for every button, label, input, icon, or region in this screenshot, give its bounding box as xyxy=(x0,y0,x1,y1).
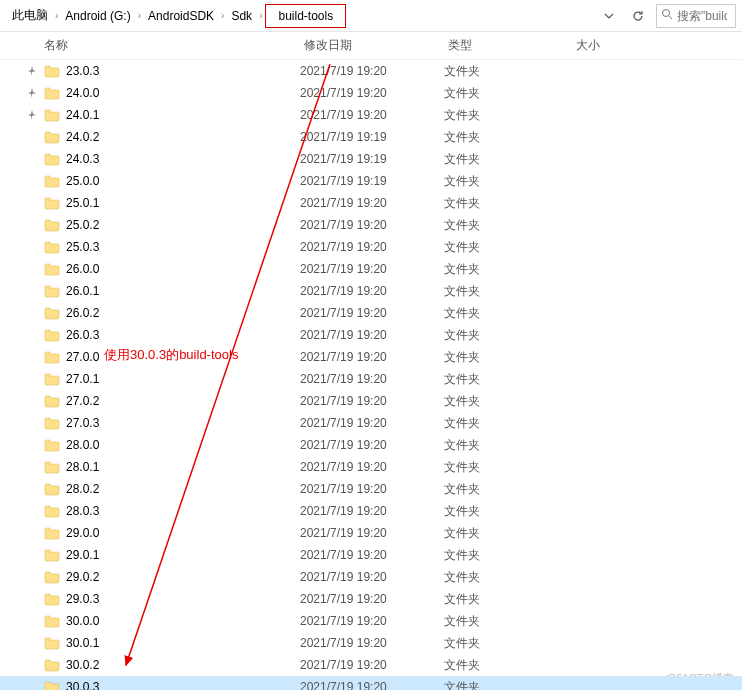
search-input[interactable] xyxy=(677,9,727,23)
table-row[interactable]: 29.0.32021/7/19 19:20文件夹 xyxy=(0,588,742,610)
table-row[interactable]: 25.0.22021/7/19 19:20文件夹 xyxy=(0,214,742,236)
folder-icon xyxy=(44,240,60,254)
cell-type: 文件夹 xyxy=(444,239,572,256)
cell-date: 2021/7/19 19:20 xyxy=(300,482,444,496)
folder-icon xyxy=(44,174,60,188)
svg-line-1 xyxy=(669,16,672,19)
table-row[interactable]: 29.0.02021/7/19 19:20文件夹 xyxy=(0,522,742,544)
svg-point-0 xyxy=(663,10,670,17)
table-row[interactable]: 26.0.02021/7/19 19:20文件夹 xyxy=(0,258,742,280)
cell-type: 文件夹 xyxy=(444,85,572,102)
table-row[interactable]: 27.0.02021/7/19 19:20文件夹 xyxy=(0,346,742,368)
folder-icon xyxy=(44,218,60,232)
cell-type: 文件夹 xyxy=(444,283,572,300)
cell-date: 2021/7/19 19:19 xyxy=(300,130,444,144)
table-row[interactable]: 30.0.32021/7/19 19:20文件夹 xyxy=(0,676,742,690)
folder-icon xyxy=(44,306,60,320)
cell-type: 文件夹 xyxy=(444,305,572,322)
cell-date: 2021/7/19 19:20 xyxy=(300,350,444,364)
table-row[interactable]: 24.0.32021/7/19 19:19文件夹 xyxy=(0,148,742,170)
table-row[interactable]: 24.0.12021/7/19 19:20文件夹 xyxy=(0,104,742,126)
table-row[interactable]: 26.0.22021/7/19 19:20文件夹 xyxy=(0,302,742,324)
table-row[interactable]: 28.0.02021/7/19 19:20文件夹 xyxy=(0,434,742,456)
cell-date: 2021/7/19 19:20 xyxy=(300,328,444,342)
col-header-name[interactable]: 名称 xyxy=(44,37,304,54)
cell-date: 2021/7/19 19:20 xyxy=(300,262,444,276)
table-row[interactable]: 25.0.32021/7/19 19:20文件夹 xyxy=(0,236,742,258)
cell-name: 26.0.2 xyxy=(44,306,300,320)
folder-icon xyxy=(44,284,60,298)
folder-icon xyxy=(44,394,60,408)
cell-date: 2021/7/19 19:20 xyxy=(300,394,444,408)
cell-date: 2021/7/19 19:20 xyxy=(300,460,444,474)
cell-name: 27.0.3 xyxy=(44,416,300,430)
crumb-build-tools[interactable]: build-tools xyxy=(265,4,346,28)
table-row[interactable]: 24.0.22021/7/19 19:19文件夹 xyxy=(0,126,742,148)
crumb-sdk-root[interactable]: AndroidSDK xyxy=(142,4,220,28)
table-row[interactable]: 30.0.02021/7/19 19:20文件夹 xyxy=(0,610,742,632)
cell-type: 文件夹 xyxy=(444,151,572,168)
table-row[interactable]: 27.0.12021/7/19 19:20文件夹 xyxy=(0,368,742,390)
table-row[interactable]: 26.0.32021/7/19 19:20文件夹 xyxy=(0,324,742,346)
table-row[interactable]: 28.0.12021/7/19 19:20文件夹 xyxy=(0,456,742,478)
cell-name: 25.0.1 xyxy=(44,196,300,210)
cell-name: 27.0.1 xyxy=(44,372,300,386)
cell-type: 文件夹 xyxy=(444,217,572,234)
cell-type: 文件夹 xyxy=(444,481,572,498)
table-row[interactable]: 26.0.12021/7/19 19:20文件夹 xyxy=(0,280,742,302)
col-header-size[interactable]: 大小 xyxy=(576,37,656,54)
breadcrumb[interactable]: 此电脑 › Android (G:) › AndroidSDK › Sdk › … xyxy=(6,4,590,28)
cell-name: 30.0.2 xyxy=(44,658,300,672)
cell-date: 2021/7/19 19:20 xyxy=(300,614,444,628)
cell-name: 28.0.1 xyxy=(44,460,300,474)
cell-name: 25.0.2 xyxy=(44,218,300,232)
cell-type: 文件夹 xyxy=(444,195,572,212)
table-row[interactable]: 28.0.32021/7/19 19:20文件夹 xyxy=(0,500,742,522)
file-list[interactable]: 使用30.0.3的build-tools @51CTO博客 23.0.32021… xyxy=(0,60,742,690)
crumb-sdk[interactable]: Sdk xyxy=(225,4,258,28)
refresh-button[interactable] xyxy=(624,4,652,28)
cell-name: 26.0.1 xyxy=(44,284,300,298)
cell-date: 2021/7/19 19:20 xyxy=(300,680,444,690)
folder-icon xyxy=(44,372,60,386)
cell-name: 29.0.2 xyxy=(44,570,300,584)
cell-date: 2021/7/19 19:20 xyxy=(300,108,444,122)
table-row[interactable]: 30.0.12021/7/19 19:20文件夹 xyxy=(0,632,742,654)
table-row[interactable]: 27.0.32021/7/19 19:20文件夹 xyxy=(0,412,742,434)
crumb-drive[interactable]: Android (G:) xyxy=(59,4,136,28)
table-row[interactable]: 24.0.02021/7/19 19:20文件夹 xyxy=(0,82,742,104)
folder-icon xyxy=(44,526,60,540)
table-row[interactable]: 28.0.22021/7/19 19:20文件夹 xyxy=(0,478,742,500)
table-row[interactable]: 25.0.02021/7/19 19:19文件夹 xyxy=(0,170,742,192)
cell-name: 24.0.1 xyxy=(44,108,300,122)
cell-type: 文件夹 xyxy=(444,437,572,454)
folder-icon xyxy=(44,570,60,584)
table-row[interactable]: 29.0.22021/7/19 19:20文件夹 xyxy=(0,566,742,588)
chevron-right-icon[interactable]: › xyxy=(258,10,263,21)
folder-icon xyxy=(44,108,60,122)
col-header-type[interactable]: 类型 xyxy=(448,37,576,54)
table-row[interactable]: 30.0.22021/7/19 19:20文件夹 xyxy=(0,654,742,676)
table-row[interactable]: 25.0.12021/7/19 19:20文件夹 xyxy=(0,192,742,214)
cell-name: 24.0.3 xyxy=(44,152,300,166)
cell-date: 2021/7/19 19:20 xyxy=(300,416,444,430)
table-row[interactable]: 29.0.12021/7/19 19:20文件夹 xyxy=(0,544,742,566)
cell-type: 文件夹 xyxy=(444,591,572,608)
search-box[interactable] xyxy=(656,4,736,28)
folder-icon xyxy=(44,130,60,144)
folder-icon xyxy=(44,416,60,430)
col-header-date[interactable]: 修改日期 xyxy=(304,37,448,54)
table-row[interactable]: 23.0.32021/7/19 19:20文件夹 xyxy=(0,60,742,82)
cell-type: 文件夹 xyxy=(444,459,572,476)
folder-icon xyxy=(44,64,60,78)
folder-icon xyxy=(44,152,60,166)
cell-date: 2021/7/19 19:20 xyxy=(300,504,444,518)
cell-name: 29.0.1 xyxy=(44,548,300,562)
crumb-pc[interactable]: 此电脑 xyxy=(6,4,54,28)
cell-name: 25.0.3 xyxy=(44,240,300,254)
cell-name: 26.0.0 xyxy=(44,262,300,276)
cell-type: 文件夹 xyxy=(444,349,572,366)
breadcrumb-dropdown-button[interactable] xyxy=(598,5,620,27)
table-row[interactable]: 27.0.22021/7/19 19:20文件夹 xyxy=(0,390,742,412)
cell-date: 2021/7/19 19:20 xyxy=(300,86,444,100)
